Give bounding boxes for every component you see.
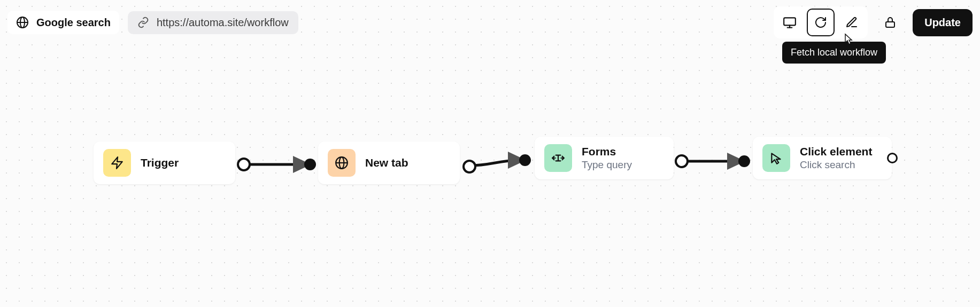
- update-button-label: Update: [924, 17, 961, 28]
- svg-rect-10: [886, 22, 894, 27]
- node-subtitle: Click search: [800, 159, 872, 171]
- arrowhead-icon: [727, 153, 745, 170]
- svg-marker-0: [112, 157, 122, 169]
- desktop-view-button[interactable]: [776, 9, 804, 36]
- lock-button[interactable]: [876, 9, 904, 36]
- svg-rect-7: [784, 18, 796, 25]
- arrowhead-icon: [293, 156, 311, 173]
- node-title: Forms: [582, 145, 632, 158]
- toolbar-group: [774, 6, 868, 38]
- port-in[interactable]: [738, 155, 750, 167]
- port-out[interactable]: [464, 161, 475, 172]
- globe-icon: [328, 149, 356, 177]
- arrowhead-icon: [508, 152, 526, 169]
- port-out[interactable]: [238, 159, 250, 170]
- port-in[interactable]: [304, 159, 316, 170]
- text-cursor-icon: [544, 144, 572, 172]
- tooltip: Fetch local workflow: [782, 42, 886, 64]
- link-icon: [137, 17, 149, 28]
- workflow-title-text: Google search: [36, 17, 111, 29]
- workflow-url-text: https://automa.site/workflow: [157, 17, 289, 29]
- tooltip-text: Fetch local workflow: [791, 47, 877, 58]
- update-button[interactable]: Update: [913, 9, 973, 36]
- cursor-click-icon: [762, 144, 790, 172]
- sync-icon: [814, 16, 827, 29]
- port-in[interactable]: [519, 154, 531, 166]
- node-trigger[interactable]: Trigger: [94, 141, 235, 184]
- node-forms[interactable]: Forms Type query: [535, 137, 674, 179]
- edit-button[interactable]: [838, 9, 866, 36]
- edge: [469, 160, 522, 166]
- node-subtitle: Type query: [582, 159, 632, 171]
- lightning-icon: [103, 149, 131, 177]
- edit-icon: [845, 16, 858, 29]
- toolbar: Google search https://automa.site/workfl…: [7, 7, 973, 37]
- port-out[interactable]: [676, 155, 688, 167]
- lock-icon: [884, 16, 897, 29]
- node-title: Trigger: [141, 156, 179, 169]
- sync-button[interactable]: [807, 9, 835, 36]
- node-title: New tab: [365, 156, 408, 169]
- port-out[interactable]: [887, 153, 898, 163]
- node-click[interactable]: Click element Click search: [753, 137, 892, 179]
- workflow-url[interactable]: https://automa.site/workflow: [128, 11, 298, 34]
- node-newtab[interactable]: New tab: [318, 141, 460, 184]
- globe-icon: [16, 16, 29, 29]
- workflow-title[interactable]: Google search: [7, 11, 119, 34]
- node-title: Click element: [800, 145, 872, 158]
- monitor-icon: [783, 15, 797, 29]
